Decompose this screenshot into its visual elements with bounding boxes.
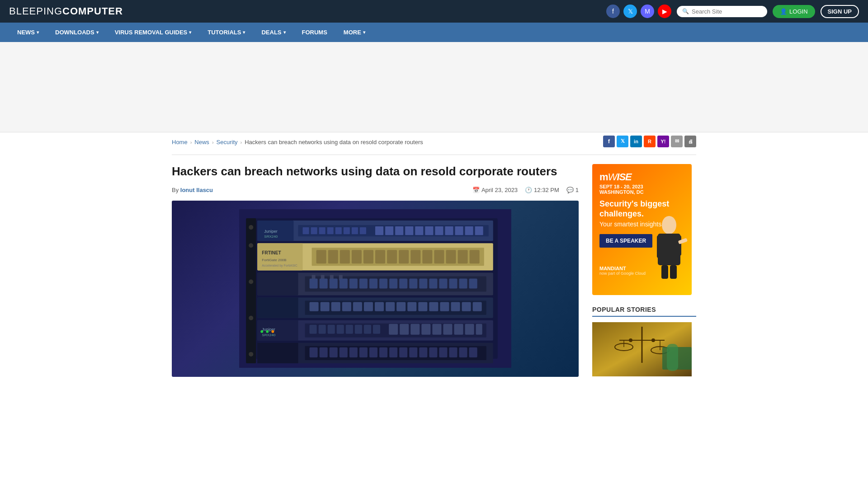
share-yahoo-icon[interactable]: Y! [657, 136, 669, 147]
popular-story-image[interactable] [592, 322, 692, 376]
main-nav: NEWS ▾ DOWNLOADS ▾ VIRUS REMOVAL GUIDES … [0, 23, 868, 42]
svg-rect-47 [257, 273, 298, 296]
search-bar: 🔍 [677, 6, 767, 17]
router-stack-svg: Juniper SRX240 [192, 209, 558, 368]
svg-rect-39 [399, 250, 409, 264]
twitter-icon[interactable]: 𝕏 [623, 5, 637, 18]
author-link[interactable]: Ionut Ilascu [180, 187, 213, 193]
nav-news[interactable]: NEWS ▾ [9, 23, 47, 42]
svg-rect-94 [310, 325, 317, 334]
nav-virus-arrow: ▾ [189, 30, 191, 35]
svg-rect-115 [320, 347, 328, 357]
nav-more[interactable]: MORE ▾ [335, 23, 373, 42]
svg-rect-65 [429, 279, 437, 289]
share-print-icon[interactable]: 🖨 [684, 136, 696, 147]
svg-rect-87 [462, 302, 471, 311]
svg-rect-97 [337, 325, 344, 334]
article-image: Juniper SRX240 [172, 201, 579, 377]
nav-downloads[interactable]: DOWNLOADS ▾ [47, 23, 107, 42]
share-facebook-icon[interactable]: f [603, 136, 615, 147]
breadcrumb-news[interactable]: News [194, 139, 209, 145]
nav-news-arrow: ▾ [37, 30, 39, 35]
breadcrumb-sep-2: › [212, 140, 214, 145]
share-linkedin-icon[interactable]: in [630, 136, 642, 147]
calendar-icon: 📅 [472, 187, 480, 193]
nav-tutorials[interactable]: TUTORIALS ▾ [199, 23, 253, 42]
site-logo[interactable]: BLEEPINGCOMPUTER [9, 5, 123, 17]
svg-rect-71 [257, 298, 298, 318]
main-container: Home › News › Security › Hackers can bre… [163, 132, 705, 377]
nav-more-arrow: ▾ [363, 30, 365, 35]
svg-text:SRX240: SRX240 [264, 235, 278, 239]
facebook-icon[interactable]: f [606, 5, 620, 18]
share-twitter-icon[interactable]: 𝕏 [617, 136, 628, 147]
svg-rect-22 [445, 226, 453, 235]
svg-rect-17 [395, 226, 403, 235]
signup-button[interactable]: SIGN UP [821, 5, 859, 18]
popular-stories-title: POPULAR STORIES [592, 306, 696, 317]
site-header: BLEEPINGCOMPUTER f 𝕏 M ▶ 🔍 👤 LOGIN SIGN … [0, 0, 868, 23]
svg-rect-96 [328, 325, 335, 334]
svg-rect-35 [352, 250, 362, 264]
nav-forums[interactable]: FORUMS [294, 23, 335, 42]
svg-rect-112 [257, 343, 298, 363]
login-label: LOGIN [789, 8, 807, 15]
share-reddit-icon[interactable]: R [644, 136, 656, 147]
share-email-icon[interactable]: ✉ [671, 136, 683, 147]
svg-point-139 [249, 352, 253, 357]
svg-rect-122 [389, 347, 397, 357]
svg-rect-43 [446, 250, 456, 264]
svg-rect-125 [419, 347, 427, 357]
nav-deals[interactable]: DEALS ▾ [253, 23, 293, 42]
svg-rect-119 [359, 347, 368, 357]
breadcrumb-security[interactable]: Security [217, 139, 238, 145]
svg-point-152 [651, 338, 655, 342]
svg-rect-16 [385, 226, 393, 235]
svg-rect-66 [439, 279, 447, 289]
svg-point-138 [249, 316, 253, 320]
svg-rect-158 [667, 344, 678, 371]
svg-rect-95 [319, 325, 326, 334]
svg-rect-105 [421, 324, 430, 335]
svg-point-132 [266, 330, 269, 333]
svg-rect-104 [410, 324, 420, 335]
ad-brand: mWISE [599, 171, 644, 183]
svg-rect-130 [469, 347, 477, 357]
svg-rect-73 [310, 302, 319, 311]
svg-rect-129 [459, 347, 467, 357]
svg-rect-142 [657, 235, 662, 258]
svg-rect-86 [451, 302, 460, 311]
svg-rect-11 [335, 227, 342, 234]
svg-rect-81 [396, 302, 406, 311]
youtube-icon[interactable]: ▶ [658, 5, 671, 18]
svg-rect-78 [364, 302, 373, 311]
svg-rect-100 [364, 325, 371, 334]
svg-rect-14 [360, 227, 366, 234]
breadcrumb-home[interactable]: Home [172, 139, 188, 145]
nav-tutorials-arrow: ▾ [243, 30, 245, 35]
mastodon-icon[interactable]: M [641, 5, 654, 18]
article-comments[interactable]: 💬 1 [566, 187, 579, 193]
svg-rect-12 [344, 227, 350, 234]
svg-rect-75 [331, 302, 340, 311]
ad-person-illustration [646, 209, 692, 282]
user-icon: 👤 [780, 8, 787, 15]
svg-rect-117 [340, 347, 348, 357]
svg-rect-118 [349, 347, 358, 357]
nav-deals-arrow: ▾ [283, 30, 286, 35]
svg-text:Accelerated by FortiASIC: Accelerated by FortiASIC [262, 264, 297, 268]
svg-rect-101 [373, 325, 380, 334]
ad-cta-button[interactable]: BE A SPEAKER [599, 234, 652, 248]
top-ad-banner [0, 42, 868, 132]
search-input[interactable] [692, 8, 762, 15]
breadcrumb-sep-1: › [190, 140, 192, 145]
ad-date: SEPT 18 - 20, 2023 WASHINGTON, DC [599, 184, 644, 195]
svg-rect-21 [435, 226, 443, 235]
breadcrumb-current: Hackers can breach networks using data o… [245, 139, 423, 145]
svg-rect-143 [676, 235, 681, 256]
nav-virus-removal[interactable]: VIRUS REMOVAL GUIDES ▾ [107, 23, 200, 42]
svg-rect-58 [359, 279, 368, 289]
login-button[interactable]: 👤 LOGIN [773, 5, 815, 18]
header-right: f 𝕏 M ▶ 🔍 👤 LOGIN SIGN UP [606, 5, 859, 18]
svg-rect-76 [342, 302, 351, 311]
